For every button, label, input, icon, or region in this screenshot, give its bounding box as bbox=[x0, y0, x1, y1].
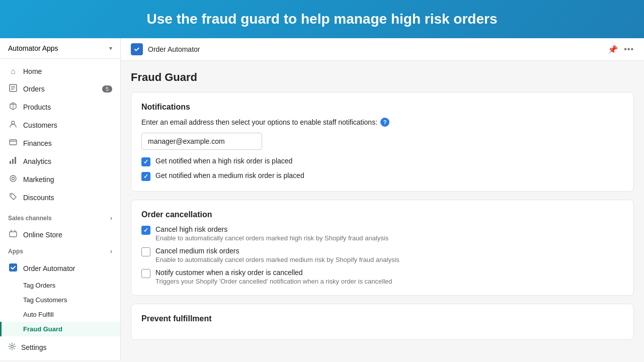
main-nav: ⌂ Home Orders 5 Products bbox=[0, 59, 120, 211]
app-selector-label: Automator Apps bbox=[8, 44, 58, 52]
svg-rect-15 bbox=[10, 232, 17, 237]
notify-customer-cancelled-label: Notify customer when a risky order is ca… bbox=[155, 268, 392, 277]
orders-badge: 5 bbox=[102, 85, 112, 93]
sales-channels-section[interactable]: Sales channels › bbox=[0, 211, 120, 226]
cancel-medium-risk-checkbox[interactable] bbox=[141, 247, 150, 256]
sidebar-label-analytics: Analytics bbox=[23, 157, 51, 165]
sidebar-item-home[interactable]: ⌂ Home bbox=[0, 63, 120, 80]
main-content: Order Automator 📌 ••• Fraud Guard Notifi… bbox=[121, 38, 644, 360]
orders-icon bbox=[8, 84, 18, 94]
help-icon[interactable]: ? bbox=[380, 118, 389, 127]
svg-rect-10 bbox=[12, 159, 14, 164]
sidebar-item-finances[interactable]: Finances bbox=[0, 134, 120, 152]
apps-section[interactable]: Apps › bbox=[0, 244, 120, 259]
home-icon: ⌂ bbox=[8, 67, 18, 76]
prevent-fulfillment-title: Prevent fulfillment bbox=[141, 314, 623, 323]
banner-text: Use the fraud guard to help manage high … bbox=[146, 11, 497, 27]
sidebar-label-products: Products bbox=[23, 103, 51, 111]
sidebar-item-tag-orders[interactable]: Tag Orders bbox=[0, 278, 120, 293]
content-area: Fraud Guard Notifications Enter an email… bbox=[121, 61, 644, 358]
sidebar-item-settings[interactable]: Settings bbox=[0, 338, 120, 356]
app-header-actions: 📌 ••• bbox=[608, 45, 634, 54]
notifications-description: Enter an email address then select your … bbox=[141, 118, 623, 127]
sidebar-label-tag-orders: Tag Orders bbox=[23, 282, 55, 289]
marketing-icon bbox=[8, 174, 18, 185]
discounts-icon bbox=[8, 193, 18, 203]
svg-rect-9 bbox=[10, 161, 11, 164]
notifications-card: Notifications Enter an email address the… bbox=[131, 92, 634, 192]
checkbox-cancel-high-risk: Cancel high risk orders Enable to automa… bbox=[141, 225, 623, 242]
apps-chevron-icon: › bbox=[110, 248, 112, 255]
checkbox-cancel-medium-risk: Cancel medium risk orders Enable to auto… bbox=[141, 247, 623, 263]
sidebar-label-order-automator: Order Automator bbox=[23, 264, 75, 273]
checkbox-notify-customer-cancelled: Notify customer when a risky order is ca… bbox=[141, 268, 623, 285]
checkbox-high-risk-notify: Get notified when a high risk order is p… bbox=[141, 157, 623, 166]
online-store-icon bbox=[8, 230, 18, 240]
order-automator-icon bbox=[8, 263, 18, 274]
sidebar-item-customers[interactable]: Customers bbox=[0, 116, 120, 134]
medium-risk-notify-label: Get notified when a medium risk order is… bbox=[155, 171, 304, 179]
svg-rect-7 bbox=[10, 140, 17, 145]
sidebar-item-orders[interactable]: Orders 5 bbox=[0, 80, 120, 98]
svg-point-17 bbox=[11, 345, 14, 348]
sidebar-label-auto-fulfill: Auto Fulfill bbox=[23, 311, 54, 318]
app-header-title: Order Automator bbox=[148, 45, 200, 53]
sidebar-item-marketing[interactable]: Marketing bbox=[0, 170, 120, 189]
app-header-left: Order Automator bbox=[131, 43, 200, 55]
notify-customer-cancelled-desc: Triggers your Shopify 'Order cancelled' … bbox=[155, 278, 392, 285]
notify-customer-cancelled-checkbox[interactable] bbox=[141, 269, 150, 278]
customers-icon bbox=[8, 120, 18, 130]
more-options-icon[interactable]: ••• bbox=[624, 45, 634, 54]
sidebar-label-settings: Settings bbox=[21, 343, 47, 351]
svg-point-13 bbox=[12, 177, 15, 180]
order-cancellation-card: Order cancellation Cancel high risk orde… bbox=[131, 200, 634, 296]
checkbox-medium-risk-notify: Get notified when a medium risk order is… bbox=[141, 171, 623, 181]
cancel-high-risk-checkbox[interactable] bbox=[141, 226, 150, 235]
cancel-high-risk-desc: Enable to automatically cancel orders ma… bbox=[155, 234, 388, 242]
app-header-icon bbox=[131, 43, 143, 55]
sidebar-item-order-automator[interactable]: Order Automator bbox=[0, 259, 120, 278]
sidebar: Automator Apps ▾ ⌂ Home Orders 5 bbox=[0, 38, 121, 360]
sidebar-item-auto-fulfill[interactable]: Auto Fulfill bbox=[0, 307, 120, 322]
high-risk-notify-label: Get notified when a high risk order is p… bbox=[155, 157, 292, 165]
pin-icon[interactable]: 📌 bbox=[608, 45, 618, 54]
sidebar-item-online-store[interactable]: Online Store bbox=[0, 226, 120, 244]
order-cancellation-title: Order cancellation bbox=[141, 210, 623, 219]
sidebar-item-products[interactable]: Products bbox=[0, 98, 120, 116]
products-icon bbox=[8, 102, 18, 112]
cancel-high-risk-label: Cancel high risk orders bbox=[155, 225, 388, 233]
dropdown-chevron-icon: ▾ bbox=[109, 45, 112, 52]
app-selector-dropdown[interactable]: Automator Apps ▾ bbox=[0, 38, 120, 59]
sidebar-item-tag-customers[interactable]: Tag Customers bbox=[0, 293, 120, 307]
sidebar-label-home: Home bbox=[23, 67, 42, 75]
sales-channels-chevron-icon: › bbox=[110, 215, 112, 222]
sidebar-label-orders: Orders bbox=[23, 85, 45, 93]
sidebar-item-discounts[interactable]: Discounts bbox=[0, 189, 120, 207]
page-title: Fraud Guard bbox=[131, 71, 634, 84]
svg-point-14 bbox=[11, 195, 12, 196]
analytics-icon bbox=[8, 156, 18, 166]
cancel-medium-risk-desc: Enable to automatically cancel orders ma… bbox=[155, 256, 399, 263]
app-header: Order Automator 📌 ••• bbox=[121, 38, 644, 61]
email-input[interactable] bbox=[141, 133, 262, 150]
svg-rect-11 bbox=[15, 157, 16, 164]
sidebar-label-discounts: Discounts bbox=[23, 194, 54, 202]
sidebar-label-online-store: Online Store bbox=[23, 231, 62, 239]
settings-icon bbox=[8, 342, 16, 352]
sidebar-label-finances: Finances bbox=[23, 139, 52, 147]
finances-icon bbox=[8, 138, 18, 148]
top-banner: Use the fraud guard to help manage high … bbox=[0, 0, 644, 38]
sidebar-label-customers: Customers bbox=[23, 121, 57, 129]
sidebar-item-analytics[interactable]: Analytics bbox=[0, 152, 120, 170]
medium-risk-notify-checkbox[interactable] bbox=[141, 172, 150, 181]
prevent-fulfillment-card: Prevent fulfillment bbox=[131, 304, 634, 340]
apps-label: Apps bbox=[8, 248, 23, 255]
sidebar-item-fraud-guard[interactable]: Fraud Guard bbox=[0, 322, 120, 336]
sales-channels-label: Sales channels bbox=[8, 215, 52, 222]
high-risk-notify-checkbox[interactable] bbox=[141, 157, 150, 166]
sidebar-label-tag-customers: Tag Customers bbox=[23, 296, 67, 304]
cancel-medium-risk-label: Cancel medium risk orders bbox=[155, 247, 399, 255]
sidebar-label-fraud-guard: Fraud Guard bbox=[23, 325, 62, 333]
svg-point-6 bbox=[12, 121, 15, 124]
svg-point-12 bbox=[10, 175, 16, 182]
